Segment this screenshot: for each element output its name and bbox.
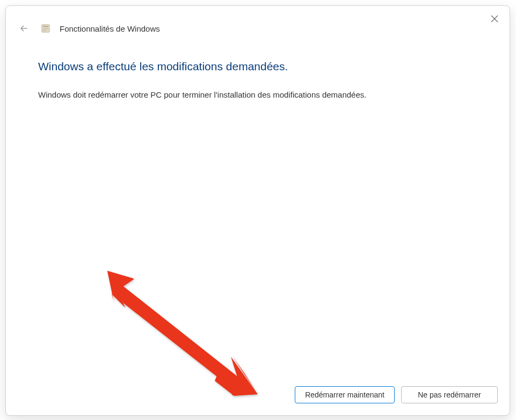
svg-rect-6 bbox=[43, 30, 47, 31]
dialog-content: Windows a effectué les modifications dem… bbox=[6, 36, 510, 377]
dialog-footer: Redémarrer maintenant Ne pas redémarrer bbox=[6, 377, 510, 415]
windows-features-icon bbox=[40, 23, 51, 34]
svg-rect-4 bbox=[43, 26, 48, 27]
description-text: Windows doit redémarrer votre PC pour te… bbox=[38, 89, 477, 101]
windows-features-dialog: Fonctionnalités de Windows Windows a eff… bbox=[5, 5, 510, 416]
close-icon bbox=[491, 15, 498, 23]
back-button[interactable] bbox=[17, 21, 32, 36]
dialog-title: Fonctionnalités de Windows bbox=[60, 24, 160, 33]
svg-rect-5 bbox=[43, 28, 48, 30]
dialog-header: Fonctionnalités de Windows bbox=[6, 6, 510, 36]
restart-now-button[interactable]: Redémarrer maintenant bbox=[295, 386, 395, 403]
back-arrow-icon bbox=[19, 23, 30, 34]
main-heading: Windows a effectué les modifications dem… bbox=[38, 60, 477, 73]
dont-restart-button[interactable]: Ne pas redémarrer bbox=[401, 386, 498, 403]
close-button[interactable] bbox=[488, 12, 501, 25]
